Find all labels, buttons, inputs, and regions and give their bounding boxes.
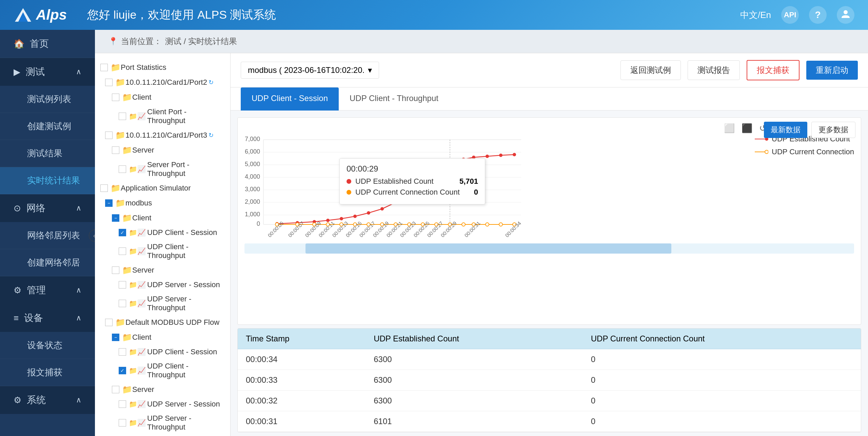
sidebar-item-home[interactable]: 🏠 首页 bbox=[0, 30, 95, 58]
sidebar-item-create-test[interactable]: 创建测试例 bbox=[0, 113, 95, 140]
restart-button[interactable]: 重新启动 bbox=[806, 61, 858, 80]
report-button[interactable]: 测试报告 bbox=[688, 60, 740, 80]
sidebar-item-test-results[interactable]: 测试结果 bbox=[0, 140, 95, 167]
network-arrow-icon: ∧ bbox=[76, 204, 81, 213]
tree-checkbox-client-port-tp[interactable] bbox=[119, 113, 126, 120]
sidebar-item-neighbor-list[interactable]: 网络邻居列表 bbox=[0, 222, 95, 249]
tree-item-udp-server-session[interactable]: 📁 📈 UDP Server - Session bbox=[95, 278, 230, 292]
sidebar-item-packet-capture[interactable]: 报文捕获 bbox=[0, 359, 95, 386]
more-data-button[interactable]: 更多数据 bbox=[811, 122, 855, 138]
window-icon[interactable]: ⬛ bbox=[742, 123, 752, 134]
svg-text:1,000: 1,000 bbox=[245, 211, 260, 218]
tooltip-value-established: 5,701 bbox=[449, 177, 478, 186]
help-button[interactable]: ? bbox=[809, 6, 827, 24]
sidebar-category-device[interactable]: ≡ 设备 ∧ bbox=[0, 304, 95, 332]
tree-item-default-modbus[interactable]: 📁 Default MODBUS UDP Flow bbox=[95, 315, 230, 330]
content-area: 📁 Port Statistics 📁 10.0.11.210/Card1/Po… bbox=[95, 53, 868, 436]
tree-checkbox-server2[interactable] bbox=[112, 266, 119, 274]
tree-checkbox-server1[interactable] bbox=[112, 146, 119, 154]
language-button[interactable]: 中文/En bbox=[740, 9, 771, 21]
tree-checkbox-app-sim[interactable] bbox=[100, 184, 108, 192]
test-category-icon: ▶ bbox=[14, 67, 20, 77]
sidebar-item-create-neighbor[interactable]: 创建网络邻居 bbox=[0, 249, 95, 276]
tree-item-app-sim[interactable]: 📁 Application Simulator bbox=[95, 181, 230, 196]
folder-icon-client1: 📁 bbox=[122, 93, 132, 102]
tree-item-server-3[interactable]: 📁 Server bbox=[95, 382, 230, 397]
tree-checkbox-server-port-tp[interactable] bbox=[119, 165, 126, 173]
chart-tooltip: 00:00:29 UDP Established Count 5,701 UDP… bbox=[339, 158, 485, 204]
tab-udp-client-throughput[interactable]: UDP Client - Throughput bbox=[339, 87, 449, 110]
tree-checkbox-client1[interactable] bbox=[112, 94, 119, 101]
table-row: 00:00:3263000 bbox=[238, 391, 861, 411]
sidebar-category-system[interactable]: ⚙ 系统 ∧ bbox=[0, 386, 95, 414]
session-selector[interactable]: modbus ( 2023-06-16T10:02:20. ▾ bbox=[241, 62, 379, 79]
sidebar-category-management[interactable]: ⚙ 管理 ∧ bbox=[0, 276, 95, 304]
cell-established: 6300 bbox=[366, 391, 583, 411]
sidebar-item-realtime-stats[interactable]: 实时统计结果 bbox=[0, 167, 95, 194]
tree-checkbox-port3[interactable] bbox=[105, 132, 113, 139]
tree-label-port-stats: Port Statistics bbox=[121, 63, 166, 72]
sidebar-item-device-status[interactable]: 设备状态 bbox=[0, 332, 95, 359]
sidebar-category-test[interactable]: ▶ 测试 ∧ bbox=[0, 58, 95, 86]
tree-item-udp-client-session[interactable]: ✓ 📁 📈 UDP Client - Session bbox=[95, 225, 230, 240]
folder-icon-client3: 📁 bbox=[122, 333, 132, 342]
tree-item-udp-server-session2[interactable]: 📁 📈 UDP Server - Session bbox=[95, 397, 230, 411]
tree-checkbox-udp-server-session[interactable] bbox=[119, 281, 126, 289]
tree-item-port3[interactable]: 📁 10.0.11.210/Card1/Port3 ↻ bbox=[95, 128, 230, 143]
tree-item-udp-server-throughput[interactable]: 📁 📈 UDP Server - Throughput bbox=[95, 292, 230, 315]
tree-item-server-port-throughput[interactable]: 📁 📈 Server Port - Throughput bbox=[95, 158, 230, 181]
sidebar-category-network[interactable]: ⊙ 网络 ∧ bbox=[0, 194, 95, 222]
cell-timestamp: 00:00:32 bbox=[238, 391, 366, 411]
tree-item-port2[interactable]: 📁 10.0.11.210/Card1/Port2 ↻ bbox=[95, 75, 230, 90]
header: Alps 您好 liujie，欢迎使用 ALPS 测试系统 中文/En API … bbox=[0, 0, 868, 30]
tree-item-udp-client-throughput[interactable]: 📁 📈 UDP Client - Throughput bbox=[95, 240, 230, 263]
cell-timestamp: 00:00:33 bbox=[238, 370, 366, 391]
tree-checkbox-port2[interactable] bbox=[105, 79, 113, 86]
tree-checkbox-default-modbus[interactable] bbox=[105, 319, 113, 326]
tree-item-udp-server-tp2[interactable]: 📁 📈 UDP Server - Throughput bbox=[95, 411, 230, 434]
sidebar-network-label: 网络 bbox=[26, 202, 45, 215]
sync-icon-port3: ↻ bbox=[209, 132, 214, 139]
svg-point-75 bbox=[765, 150, 768, 154]
back-button[interactable]: 返回测试例 bbox=[620, 60, 681, 80]
tree-item-client-2[interactable]: − 📁 Client bbox=[95, 211, 230, 225]
tree-item-port-statistics[interactable]: 📁 Port Statistics bbox=[95, 60, 230, 75]
chart-icon-client-port: 📈 bbox=[137, 112, 146, 120]
latest-data-button[interactable]: 最新数据 bbox=[764, 122, 807, 138]
sidebar-item-test-list[interactable]: 测试例列表 bbox=[0, 86, 95, 113]
folder-icon-client2: 📁 bbox=[122, 213, 132, 223]
tab-udp-client-session[interactable]: UDP Client - Session bbox=[241, 87, 339, 111]
tree-label-port2: 10.0.11.210/Card1/Port2 bbox=[125, 78, 207, 87]
user-button[interactable] bbox=[837, 6, 854, 24]
tree-checkbox-server3[interactable] bbox=[112, 386, 119, 393]
tree-item-server-2[interactable]: 📁 Server bbox=[95, 263, 230, 278]
tree-item-server-1[interactable]: 📁 Server bbox=[95, 143, 230, 158]
folder-icon-port-stats: 📁 bbox=[111, 63, 121, 72]
capture-button[interactable]: 报文捕获 bbox=[747, 60, 800, 80]
tree-item-client-1[interactable]: 📁 Client bbox=[95, 90, 230, 105]
tree-item-modbus[interactable]: − 📁 modbus bbox=[95, 196, 230, 211]
tree-checkbox-client3[interactable]: − bbox=[112, 334, 119, 341]
tree-checkbox-udp-client-tp[interactable] bbox=[119, 247, 126, 255]
expand-icon[interactable]: ⬜ bbox=[724, 123, 735, 134]
tree-checkbox-port-stats[interactable] bbox=[100, 64, 108, 71]
tree-checkbox-modbus[interactable]: − bbox=[105, 199, 113, 207]
tree-checkbox-udp-server-session2[interactable] bbox=[119, 400, 126, 408]
main-content: 📍 当前位置： 测试 / 实时统计结果 📁 Port Statistics 📁 … bbox=[95, 30, 868, 436]
tree-checkbox-udp-client-tp2[interactable]: ✓ bbox=[119, 367, 126, 374]
sidebar-realtime-label: 实时统计结果 bbox=[27, 175, 80, 186]
tree-item-client-3[interactable]: − 📁 Client bbox=[95, 330, 230, 345]
tree-checkbox-udp-server-tp2[interactable] bbox=[119, 419, 126, 427]
chart-scrollbar[interactable] bbox=[244, 243, 854, 254]
tree-checkbox-client2[interactable]: − bbox=[112, 214, 119, 222]
tree-checkbox-udp-client-session[interactable]: ✓ bbox=[119, 229, 126, 236]
home-icon: 🏠 bbox=[14, 39, 24, 49]
chart-scroll-thumb[interactable] bbox=[305, 243, 671, 254]
tree-checkbox-udp-server-tp[interactable] bbox=[119, 300, 126, 307]
tree-item-udp-client-session2[interactable]: 📁 📈 UDP Client - Session bbox=[95, 345, 230, 359]
tree-item-udp-client-tp2[interactable]: ✓ 📁 📈 UDP Client - Throughput bbox=[95, 359, 230, 382]
tree-label-client2: Client bbox=[132, 214, 151, 222]
tree-checkbox-udp-client-session2[interactable] bbox=[119, 348, 126, 356]
tree-item-client-port-throughput[interactable]: 📁 📈 Client Port - Throughput bbox=[95, 105, 230, 128]
api-button[interactable]: API bbox=[781, 6, 799, 24]
